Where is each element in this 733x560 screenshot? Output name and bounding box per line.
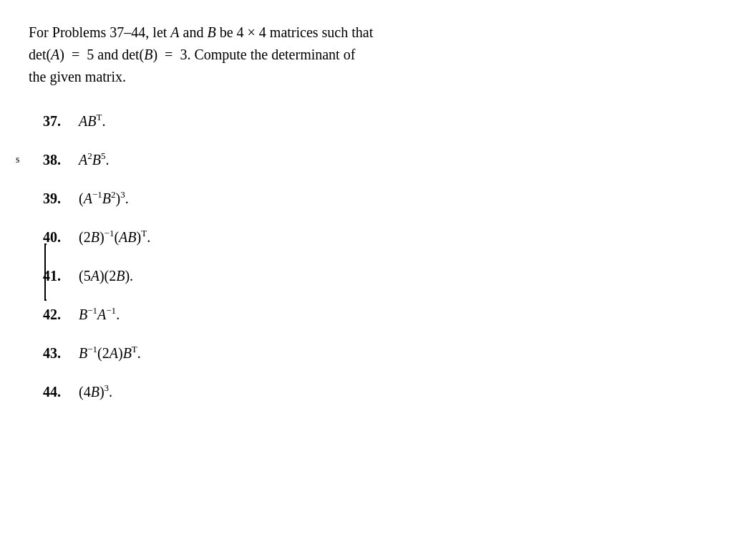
intro-paragraph: For Problems 37–44, let A and B be 4 × 4… [29, 21, 687, 88]
intro-line2: det(A) = 5 and det(B) = 3. Compute the d… [29, 47, 355, 62]
problem-number-42: 42. [43, 303, 79, 326]
problem-expr-37: ABT. [79, 110, 105, 132]
problem-number-37: 37. [43, 110, 79, 132]
intro-line1: For Problems 37–44, let A and B be 4 × 4… [29, 24, 373, 40]
problem-expr-41: (5A)(2B). [79, 264, 133, 287]
problem-item: 41. (5A)(2B). [43, 264, 704, 287]
problem-expr-44: (4B)3. [79, 380, 112, 403]
problem-expr-39: (A−1B2)3. [79, 187, 129, 210]
problem-number-38: 38. [43, 148, 79, 171]
problem-item: 37. ABT. [43, 110, 704, 132]
problem-item: 43. B−1(2A)BT. [43, 342, 704, 365]
problem-item: 39. (A−1B2)3. [43, 187, 704, 210]
problem-number-39: 39. [43, 187, 79, 210]
problem-number-40: 40. [43, 226, 79, 248]
problem-expr-40: (2B)−1(AB)T. [79, 226, 150, 248]
problem-number-41: 41. [43, 264, 79, 287]
side-label: s [16, 154, 19, 165]
problem-expr-43: B−1(2A)BT. [79, 342, 141, 365]
bracket-mark [44, 243, 47, 301]
problem-item: 40. (2B)−1(AB)T. [43, 226, 704, 248]
problem-expr-42: B−1A−1. [79, 303, 120, 326]
intro-line3: the given matrix. [29, 69, 126, 85]
problem-item: 44. (4B)3. [43, 380, 704, 403]
problem-expr-38: A2B5. [79, 148, 109, 171]
problem-number-44: 44. [43, 380, 79, 403]
problem-item: 38. A2B5. [43, 148, 704, 171]
page-container: s For Problems 37–44, let A and B be 4 ×… [29, 21, 704, 403]
problem-item: 42. B−1A−1. [43, 303, 704, 326]
problems-list: 37. ABT. 38. A2B5. 39. (A−1B2)3. 40. (2B… [29, 110, 704, 403]
problem-number-43: 43. [43, 342, 79, 365]
